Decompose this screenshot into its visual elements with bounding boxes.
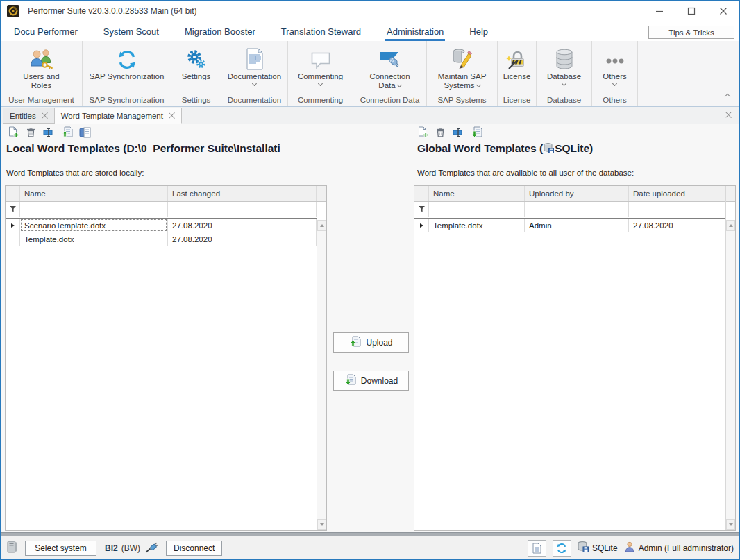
column-header-name[interactable]: Name bbox=[429, 186, 525, 201]
upload-template-icon[interactable] bbox=[60, 126, 74, 139]
menu-tab-migration-booster[interactable]: Migration Booster bbox=[183, 22, 257, 41]
column-header-name[interactable]: Name bbox=[20, 186, 168, 201]
scroll-down-button[interactable] bbox=[317, 519, 326, 530]
row-indicator-header bbox=[414, 186, 429, 201]
cell-name[interactable]: Template.dotx bbox=[20, 232, 168, 246]
ribbon-group-label: Others bbox=[603, 96, 627, 106]
tabbar-close-icon[interactable] bbox=[725, 112, 732, 118]
menu-tab-help[interactable]: Help bbox=[468, 22, 489, 41]
scrollbar-track[interactable] bbox=[726, 231, 735, 519]
tab-close-icon[interactable] bbox=[169, 112, 175, 119]
ribbon-group-documentation[interactable]: Documentation Documentation bbox=[221, 41, 288, 106]
ribbon-button-label: Others bbox=[603, 72, 627, 80]
chevron-up-icon bbox=[725, 94, 730, 99]
tips-button-label: Tips & Tricks bbox=[668, 28, 714, 37]
performer-suite-window: Performer Suite v20.3.0.0.28533 Main (64… bbox=[0, 0, 740, 560]
column-header-uploaded-by[interactable]: Uploaded by bbox=[525, 186, 629, 201]
main-menu-bar: Docu Performer System Scout Migration Bo… bbox=[1, 22, 739, 41]
scrollbar-track[interactable] bbox=[317, 231, 326, 519]
upload-file-icon bbox=[349, 336, 361, 350]
delete-template-icon[interactable] bbox=[24, 126, 37, 139]
refresh-sync-button[interactable] bbox=[553, 540, 571, 557]
ribbon-group-settings[interactable]: Settings Settings bbox=[171, 41, 221, 106]
ribbon-group-user-management[interactable]: Users and Roles User Management bbox=[1, 41, 83, 106]
scroll-up-button[interactable] bbox=[317, 220, 326, 231]
ribbon-group-label: Settings bbox=[182, 96, 211, 106]
maximize-button[interactable] bbox=[675, 1, 707, 22]
sap-sync-icon bbox=[117, 41, 137, 70]
license-icon bbox=[506, 41, 528, 70]
column-header-last-changed[interactable]: Last changed bbox=[168, 186, 317, 201]
new-template-icon[interactable] bbox=[416, 126, 429, 139]
ribbon-group-license[interactable]: License License bbox=[498, 41, 537, 106]
word-document-icon[interactable] bbox=[78, 126, 92, 139]
document-status-button[interactable] bbox=[528, 540, 546, 557]
cell-date-uploaded[interactable]: 27.08.2020 bbox=[629, 219, 725, 232]
ribbon-group-label: Commenting bbox=[298, 96, 343, 106]
download-template-icon[interactable] bbox=[470, 126, 483, 139]
scroll-down-button[interactable] bbox=[726, 519, 735, 530]
menu-tab-docu-performer[interactable]: Docu Performer bbox=[12, 22, 79, 41]
filter-cell-last-changed[interactable] bbox=[168, 202, 317, 217]
chevron-down-icon bbox=[612, 81, 617, 86]
new-template-icon[interactable] bbox=[6, 126, 19, 139]
local-templates-title: Local Word Templates (D:\0_Performer Sui… bbox=[6, 142, 323, 155]
download-file-icon bbox=[344, 374, 356, 388]
connection-data-icon bbox=[378, 41, 402, 70]
database-icon bbox=[555, 41, 574, 70]
ribbon-group-connection-data[interactable]: Connection Data Connection Data bbox=[353, 41, 427, 106]
cell-last-changed[interactable]: 27.08.2020 bbox=[168, 219, 317, 232]
tab-entities[interactable]: Entities bbox=[3, 108, 55, 124]
table-row[interactable]: ScenarioTemplate.dotx 27.08.2020 bbox=[6, 219, 317, 232]
ribbon-group-sap-synchronization[interactable]: SAP Synchronization SAP Synchronization bbox=[83, 41, 171, 106]
filter-cell-uploaded-by[interactable] bbox=[525, 202, 629, 217]
scroll-up-button[interactable] bbox=[726, 220, 735, 231]
ribbon-group-commenting[interactable]: Commenting Commenting bbox=[288, 41, 353, 106]
tips-and-tricks-button[interactable]: Tips & Tricks bbox=[648, 26, 734, 39]
commenting-icon bbox=[310, 41, 331, 70]
download-button[interactable]: Download bbox=[333, 371, 409, 391]
global-templates-subtitle: Word Templates that are available to all… bbox=[417, 169, 634, 177]
minimize-button[interactable] bbox=[644, 1, 675, 22]
ribbon-group-label: User Management bbox=[8, 96, 74, 106]
column-header-date-uploaded[interactable]: Date uploaded bbox=[629, 186, 725, 201]
menu-tab-translation-steward[interactable]: Translation Steward bbox=[280, 22, 362, 41]
vertical-scrollbar[interactable] bbox=[725, 186, 735, 530]
filter-cell-name[interactable] bbox=[429, 202, 525, 217]
cell-name[interactable]: Template.dotx bbox=[429, 219, 525, 232]
select-system-button[interactable]: Select system bbox=[25, 541, 96, 556]
menu-tab-administration[interactable]: Administration bbox=[385, 22, 445, 41]
tab-word-template-management[interactable]: Word Template Management bbox=[55, 108, 182, 124]
documentation-icon bbox=[246, 41, 264, 70]
upload-button[interactable]: Upload bbox=[333, 332, 409, 353]
filter-cell-date-uploaded[interactable] bbox=[629, 202, 725, 217]
rename-template-icon[interactable] bbox=[42, 126, 56, 139]
cell-uploaded-by[interactable]: Admin bbox=[525, 219, 629, 232]
chevron-down-icon bbox=[318, 81, 323, 86]
ribbon-group-label: Documentation bbox=[228, 96, 281, 106]
ribbon-button-label: Settings bbox=[182, 72, 211, 80]
menu-tab-system-scout[interactable]: System Scout bbox=[102, 22, 160, 41]
server-icon bbox=[6, 541, 18, 556]
ribbon-group-database[interactable]: Database Database bbox=[537, 41, 592, 106]
menu-tab-label: Migration Booster bbox=[185, 26, 255, 37]
ribbon-group-others[interactable]: Others Others bbox=[592, 41, 638, 106]
filter-cell-name[interactable] bbox=[20, 202, 168, 217]
disconnect-button[interactable]: Disconnect bbox=[166, 541, 222, 556]
close-button[interactable] bbox=[707, 1, 739, 22]
ribbon-group-sap-systems[interactable]: Maintain SAP Systems SAP Systems bbox=[427, 41, 498, 106]
delete-template-icon[interactable] bbox=[434, 126, 447, 139]
table-row[interactable]: Template.dotx 27.08.2020 bbox=[6, 232, 317, 246]
menu-tab-label: System Scout bbox=[103, 26, 159, 37]
rename-template-icon[interactable] bbox=[452, 126, 465, 139]
table-row[interactable]: Template.dotx Admin 27.08.2020 bbox=[414, 219, 725, 232]
vertical-scrollbar[interactable] bbox=[317, 186, 326, 530]
tab-close-icon[interactable] bbox=[42, 112, 48, 119]
cell-last-changed[interactable]: 27.08.2020 bbox=[168, 232, 317, 246]
menu-tab-label: Administration bbox=[387, 26, 444, 37]
global-templates-title: Global Word Templates (SQLite) bbox=[417, 142, 735, 156]
ribbon-collapse-button[interactable] bbox=[725, 91, 730, 101]
chevron-down-icon bbox=[252, 81, 257, 86]
chevron-down-icon bbox=[397, 83, 402, 87]
cell-name[interactable]: ScenarioTemplate.dotx bbox=[20, 219, 168, 232]
